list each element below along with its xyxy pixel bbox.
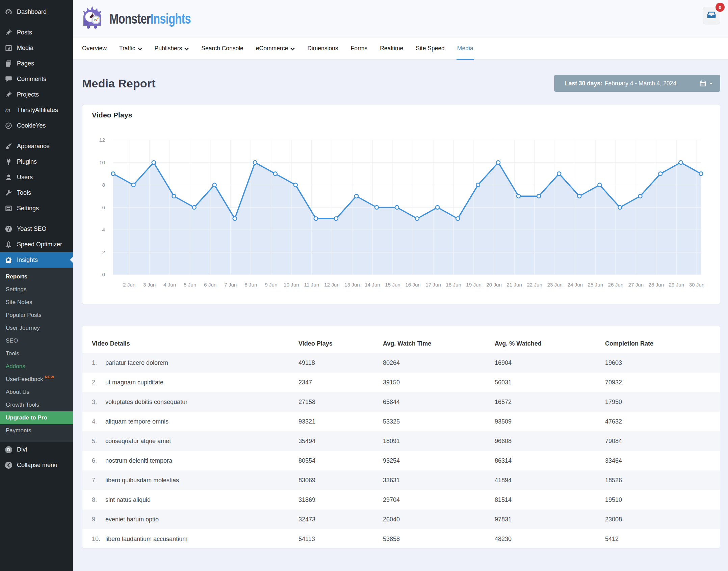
tab-media[interactable]: Media (457, 37, 473, 59)
tab-ecommerce[interactable]: eCommerce (256, 37, 295, 59)
video-name[interactable]: eveniet harum optio (105, 516, 159, 523)
notifications-inbox-button[interactable]: 0 (703, 7, 720, 24)
table-row: 10.libero laudantium accusantium54113538… (82, 529, 720, 549)
sidebar-item-appearance[interactable]: Appearance (0, 138, 73, 154)
submenu-item-about-us[interactable]: About Us (0, 386, 73, 399)
video-name[interactable]: sint natus aliquid (105, 496, 151, 503)
sidebar-item-cookieyes[interactable]: CookieYes (0, 118, 73, 133)
svg-text:21 Jun: 21 Jun (506, 282, 522, 288)
sidebar-item-dashboard[interactable]: Dashboard (0, 4, 73, 20)
sidebar-item-users[interactable]: Users (0, 169, 73, 185)
avg-pct-watched-cell: 41894 (495, 470, 605, 490)
video-details-panel: Video DetailsVideo PlaysAvg. Watch TimeA… (82, 326, 720, 548)
sidebar-item-label: Tools (17, 189, 31, 196)
tab-realtime[interactable]: Realtime (380, 37, 403, 59)
svg-text:4: 4 (102, 227, 105, 233)
sidebar-item-plugins[interactable]: Plugins (0, 154, 73, 169)
svg-text:7 Jun: 7 Jun (224, 282, 237, 288)
completion-rate-cell: 5412 (605, 529, 720, 549)
video-name[interactable]: consequatur atque amet (105, 438, 171, 444)
page-title: Media Report (82, 77, 156, 90)
submenu-item-growth-tools[interactable]: Growth Tools (0, 399, 73, 411)
tab-overview[interactable]: Overview (82, 37, 107, 59)
table-row: 3.voluptates debitis consequatur27158658… (82, 392, 720, 412)
table-row: 6.nostrum deleniti tempora80554932548631… (82, 451, 720, 470)
sidebar-item-yoast-seo[interactable]: Yoast SEO (0, 221, 73, 237)
chevron-down-icon (138, 47, 142, 51)
plug-icon (5, 158, 12, 166)
sidebar-item-insights[interactable]: Insights (0, 252, 73, 268)
svg-text:29 Jun: 29 Jun (669, 282, 684, 288)
sidebar-item-settings[interactable]: Settings (0, 200, 73, 216)
sidebar-item-label: Insights (17, 256, 38, 264)
video-name[interactable]: libero laudantium accusantium (105, 536, 187, 542)
video-name[interactable]: pariatur facere dolorem (105, 359, 168, 366)
video-plays-cell: 83069 (298, 470, 383, 490)
svg-text:11 Jun: 11 Jun (304, 282, 319, 288)
svg-text:4 Jun: 4 Jun (163, 282, 176, 288)
tab-dimensions[interactable]: Dimensions (307, 37, 338, 59)
sidebar-item-comments[interactable]: Comments (0, 71, 73, 87)
calendar-icon (699, 80, 706, 87)
submenu-item-site-notes[interactable]: Site Notes (0, 296, 73, 309)
video-name[interactable]: ut magnam cupiditate (105, 379, 163, 386)
monster-icon (5, 256, 12, 264)
video-details-cell: 5.consequatur atque amet (82, 431, 298, 451)
submenu-item-tools[interactable]: Tools (0, 347, 73, 360)
video-plays-cell: 54113 (298, 529, 383, 549)
submenu-item-payments[interactable]: Payments (0, 424, 73, 437)
sidebar-item-divi[interactable]: DDivi (0, 442, 73, 457)
tab-forms[interactable]: Forms (351, 37, 368, 59)
svg-text:24 Jun: 24 Jun (567, 282, 583, 288)
video-details-cell: 2.ut magnam cupiditate (82, 373, 298, 392)
divi-icon: D (5, 446, 12, 454)
svg-text:30 Jun: 30 Jun (689, 282, 705, 288)
svg-text:TA: TA (5, 107, 11, 113)
sidebar-menu: DashboardPostsMediaPagesCommentsProjects… (0, 4, 73, 268)
video-name[interactable]: voluptates debitis consequatur (105, 399, 187, 405)
avg-watch-time-cell: 53325 (383, 412, 495, 431)
yoast-icon (5, 225, 12, 233)
tab-site-speed[interactable]: Site Speed (416, 37, 445, 59)
submenu-item-upgrade-to-pro[interactable]: Upgrade to Pro (0, 411, 73, 424)
svg-text:22 Jun: 22 Jun (527, 282, 542, 288)
submenu-item-addons[interactable]: Addons (0, 360, 73, 373)
svg-text:8 Jun: 8 Jun (244, 282, 257, 288)
sidebar-item-pages[interactable]: Pages (0, 56, 73, 71)
svg-text:25 Jun: 25 Jun (588, 282, 603, 288)
video-name[interactable]: nostrum deleniti tempora (105, 457, 172, 464)
tab-traffic[interactable]: Traffic (119, 37, 142, 59)
sidebar-item-tools[interactable]: Tools (0, 185, 73, 200)
video-plays-cell: 2347 (298, 373, 383, 392)
tab-search-console[interactable]: Search Console (201, 37, 243, 59)
sidebar-item-thirstyaffiliates[interactable]: TAThirstyAffiliates (0, 102, 73, 118)
row-rank: 1. (92, 359, 105, 366)
tab-label: Media (457, 45, 473, 52)
svg-text:19 Jun: 19 Jun (466, 282, 482, 288)
row-rank: 2. (92, 379, 105, 386)
submenu-item-user-journey[interactable]: User Journey (0, 322, 73, 334)
submenu-item-label: Popular Posts (6, 312, 42, 319)
sidebar-item-collapse-menu[interactable]: Collapse menu (0, 457, 73, 473)
video-name[interactable]: libero quibusdam molestias (105, 477, 179, 484)
video-details-cell: 9.eveniet harum optio (82, 510, 298, 529)
video-details-cell: 3.voluptates debitis consequatur (82, 392, 298, 412)
submenu-item-userfeedback[interactable]: UserFeedbackNEW (0, 373, 73, 386)
sidebar-item-speed-optimizer[interactable]: Speed Optimizer (0, 237, 73, 252)
tab-publishers[interactable]: Publishers (155, 37, 189, 59)
sidebar-item-posts[interactable]: Posts (0, 25, 73, 40)
table-row: 7.libero quibusdam molestias830693363141… (82, 470, 720, 490)
sidebar-item-media[interactable]: Media (0, 40, 73, 56)
submenu-item-settings[interactable]: Settings (0, 283, 73, 296)
monsterinsights-logo[interactable]: MonsterInsights (81, 6, 216, 31)
dashboard-icon (5, 8, 12, 16)
avg-pct-watched-cell: 96608 (495, 431, 605, 451)
sidebar-item-projects[interactable]: Projects (0, 87, 73, 102)
sidebar-footer-menu: DDiviCollapse menu (0, 442, 73, 473)
row-rank: 7. (92, 477, 105, 484)
submenu-item-popular-posts[interactable]: Popular Posts (0, 309, 73, 322)
submenu-item-seo[interactable]: SEO (0, 334, 73, 347)
video-name[interactable]: aliquam tempore omnis (105, 418, 168, 425)
submenu-item-reports[interactable]: Reports (0, 270, 73, 283)
date-range-picker[interactable]: Last 30 days: February 4 - March 4, 2024 (554, 75, 720, 92)
